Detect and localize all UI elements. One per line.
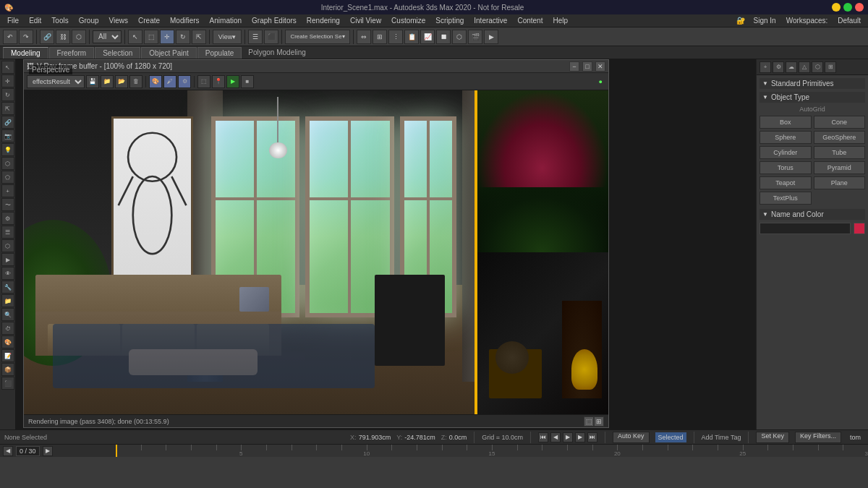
select-link-btn[interactable]: 🔗 — [40, 30, 54, 44]
viewport-area[interactable]: 🖼 V-Ray frame buffer - [100% of 1280 x 7… — [16, 59, 756, 429]
vray-tb-region[interactable]: ⬚ — [197, 75, 210, 88]
rp-create-btn[interactable]: + — [760, 61, 771, 73]
lt-render-btn[interactable]: 🎨 — [1, 335, 14, 348]
menu-civil-view[interactable]: Civil View — [346, 16, 386, 25]
rp-plane-btn[interactable]: Plane — [814, 176, 866, 189]
named-sel-btn[interactable]: 📋 — [404, 30, 419, 44]
lt-asset-btn[interactable]: 📁 — [1, 294, 14, 307]
rp-tube-btn[interactable]: Tube — [814, 146, 866, 159]
vray-status-btn1[interactable]: ⬚ — [584, 416, 594, 427]
lt-content-btn[interactable]: 📦 — [1, 363, 14, 376]
rp-section-standard-primitives[interactable]: ▼ Standard Primitives — [760, 78, 865, 89]
vray-tb-track[interactable]: 📍 — [212, 75, 225, 88]
rp-utilities-btn[interactable]: ⊞ — [825, 61, 836, 73]
menu-create[interactable]: Create — [134, 16, 164, 25]
rp-name-input[interactable] — [760, 223, 851, 234]
vray-tb-clear[interactable]: 🗑 — [129, 75, 142, 88]
mat-editor-btn[interactable]: ⬡ — [452, 30, 467, 44]
vray-minimize-btn[interactable]: − — [569, 61, 579, 72]
play-btn[interactable]: ▶ — [563, 432, 573, 442]
next-frame-btn[interactable]: ▶ — [575, 432, 585, 442]
rp-cylinder-btn[interactable]: Cylinder — [760, 146, 812, 159]
workspace-default[interactable]: Default — [833, 16, 865, 25]
timeline-prev-btn[interactable]: ◀ — [3, 446, 13, 456]
select-region-btn[interactable]: ⬚ — [144, 30, 158, 44]
lt-move-btn[interactable]: ✛ — [1, 74, 14, 87]
redo-button[interactable]: ↷ — [19, 30, 33, 44]
create-sel-set-btn[interactable]: Create Selection Se▾ — [285, 30, 350, 44]
rp-hierarchy-btn[interactable]: ☁ — [786, 61, 797, 73]
lt-link-btn[interactable]: 🔗 — [1, 116, 14, 129]
rp-pyramid-btn[interactable]: Pyramid — [814, 161, 866, 174]
vray-tb-color2[interactable]: 🖌 — [163, 75, 176, 88]
rotate-btn[interactable]: ↻ — [176, 30, 190, 44]
sign-in-btn[interactable]: 🔐 — [733, 17, 748, 25]
key-filters-btn[interactable]: Key Filters... — [795, 432, 841, 443]
rp-section-object-type[interactable]: ▼ Object Type — [760, 92, 865, 103]
rp-geosphere-btn[interactable]: GeoSphere — [814, 131, 866, 144]
rp-sphere-btn[interactable]: Sphere — [760, 131, 812, 144]
close-button[interactable] — [855, 3, 864, 12]
ribbon-btn[interactable]: ⬛ — [264, 30, 278, 44]
lt-shape-btn[interactable]: ⬠ — [1, 171, 14, 184]
vray-status-btn2[interactable]: ⊞ — [594, 416, 604, 427]
rp-textplus-btn[interactable]: TextPlus — [760, 192, 812, 205]
vray-tb-load[interactable]: 📂 — [115, 75, 128, 88]
mirror-btn[interactable]: ⇔ — [357, 30, 371, 44]
layer-manager-btn[interactable]: ☰ — [248, 30, 263, 44]
vray-tb-save-all[interactable]: 📁 — [101, 75, 114, 88]
render-btn[interactable]: ▶ — [484, 30, 498, 44]
rp-torus-btn[interactable]: Torus — [760, 161, 812, 174]
rp-display-btn[interactable]: ⬡ — [812, 61, 823, 73]
lt-hierarchy-btn[interactable]: ⬡ — [1, 239, 14, 252]
timeline-track[interactable]: 051015202530 — [116, 445, 868, 457]
select-object-btn[interactable]: ↖ — [128, 30, 142, 44]
lt-spacewarp-btn[interactable]: 〜 — [1, 198, 14, 211]
lt-rotate-btn[interactable]: ↻ — [1, 88, 14, 101]
menu-rendering[interactable]: Rendering — [302, 16, 344, 25]
maximize-button[interactable] — [843, 3, 852, 12]
menu-tools[interactable]: Tools — [47, 16, 72, 25]
tab-freeform[interactable]: Freeform — [49, 47, 95, 59]
auto-key-btn[interactable]: Auto Key — [613, 432, 650, 443]
menu-views[interactable]: Views — [105, 16, 133, 25]
prev-frame-btn[interactable]: ◀ — [550, 432, 561, 442]
lt-motion-btn[interactable]: ▶ — [1, 253, 14, 266]
timeline-next-btn[interactable]: ▶ — [43, 446, 53, 456]
menu-content[interactable]: Content — [513, 16, 547, 25]
vray-tb-render[interactable]: ▶ — [226, 75, 239, 88]
schematic-btn[interactable]: 🔲 — [436, 30, 451, 44]
menu-group[interactable]: Group — [75, 16, 103, 25]
sign-in-label[interactable]: Sign In — [749, 16, 780, 25]
lt-display-btn[interactable]: 👁 — [1, 267, 14, 280]
menu-modifiers[interactable]: Modifiers — [166, 16, 204, 25]
scale-btn[interactable]: ⇱ — [192, 30, 206, 44]
menu-edit[interactable]: Edit — [25, 16, 46, 25]
next-key-btn[interactable]: ⏭ — [587, 432, 597, 442]
menu-animation[interactable]: Animation — [205, 16, 246, 25]
rp-modify-btn[interactable]: ⚙ — [773, 61, 784, 73]
curve-editor-btn[interactable]: 📈 — [420, 30, 435, 44]
lt-extra-btn[interactable]: ⬛ — [1, 377, 14, 390]
lt-modifier-btn[interactable]: ☰ — [1, 226, 14, 239]
menu-help[interactable]: Help — [548, 16, 572, 25]
vray-render-content[interactable] — [24, 90, 608, 414]
unlink-btn[interactable]: ⛓ — [56, 30, 70, 44]
lt-geo-btn[interactable]: ⬡ — [1, 157, 14, 170]
vray-tb-color3[interactable]: ⚙ — [178, 75, 191, 88]
rp-teapot-btn[interactable]: Teapot — [760, 176, 812, 189]
minimize-button[interactable] — [832, 3, 841, 12]
lt-scripting-btn[interactable]: 📝 — [1, 349, 14, 362]
vray-tb-color[interactable]: 🎨 — [149, 75, 162, 88]
rp-cone-btn[interactable]: Cone — [814, 116, 866, 129]
rp-color-swatch[interactable] — [854, 223, 865, 234]
vray-tb-stop[interactable]: ■ — [241, 75, 254, 88]
prev-key-btn[interactable]: ⏮ — [538, 432, 548, 442]
snap-btn[interactable]: ⋮ — [388, 30, 403, 44]
menu-file[interactable]: File — [3, 16, 23, 25]
set-key-btn[interactable]: Set Key — [756, 432, 789, 443]
lt-system-btn[interactable]: ⚙ — [1, 212, 14, 225]
menu-graph-editors[interactable]: Graph Editors — [247, 16, 301, 25]
lt-scale-btn[interactable]: ⇱ — [1, 102, 14, 115]
lt-select-btn[interactable]: ↖ — [1, 61, 14, 74]
